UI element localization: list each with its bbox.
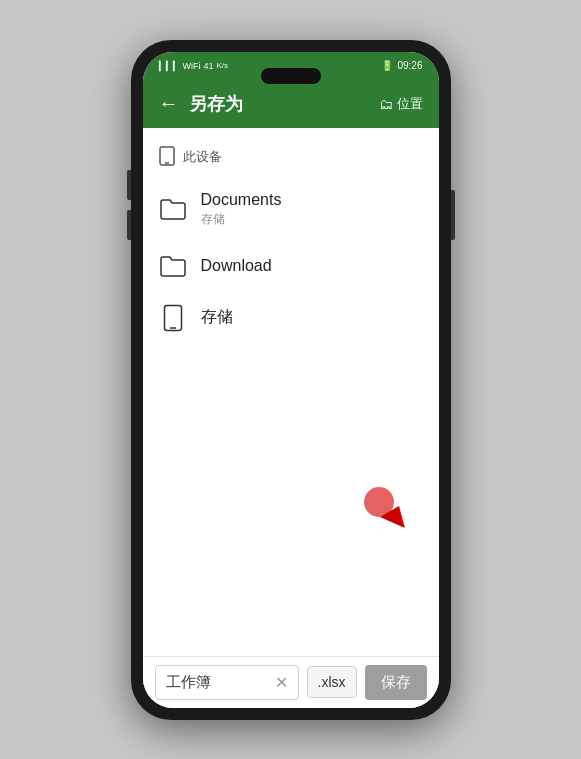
- list-item[interactable]: 存储: [143, 292, 439, 344]
- section-header: 此设备: [143, 140, 439, 175]
- svg-rect-2: [164, 305, 181, 330]
- file-name: 存储: [201, 307, 423, 328]
- clear-filename-button[interactable]: ✕: [275, 673, 288, 692]
- save-button[interactable]: 保存: [365, 665, 427, 700]
- phone-screen: ▎▎▎ WiFi 41 K/s 🔋 09:26 ← 另存为 🗂 位置: [143, 52, 439, 708]
- time-display: 09:26: [397, 60, 422, 71]
- file-info: Documents 存储: [201, 191, 423, 228]
- volume-down-button[interactable]: [127, 210, 131, 240]
- file-name: Documents: [201, 191, 423, 209]
- power-button[interactable]: [451, 190, 455, 240]
- filename-value: 工作簿: [166, 673, 211, 692]
- file-info: Download: [201, 257, 423, 275]
- location-folder-icon: 🗂: [379, 96, 393, 112]
- status-right: 🔋 09:26: [381, 60, 422, 71]
- folder-icon: [159, 195, 187, 223]
- signal-bars: ▎▎▎: [159, 61, 180, 71]
- folder-icon: [159, 252, 187, 280]
- phone-storage-icon: [159, 304, 187, 332]
- wifi-icon: WiFi: [183, 61, 201, 71]
- camera-notch: [261, 68, 321, 84]
- section-label: 此设备: [183, 148, 222, 166]
- status-left: ▎▎▎ WiFi 41 K/s: [159, 61, 229, 71]
- device-icon: [159, 146, 175, 169]
- content-area: 此设备 Documents 存储: [143, 128, 439, 656]
- cursor-arrow: [379, 505, 409, 535]
- phone-shell: ▎▎▎ WiFi 41 K/s 🔋 09:26 ← 另存为 🗂 位置: [131, 40, 451, 720]
- cursor-circle: [364, 487, 394, 517]
- back-button[interactable]: ←: [159, 92, 179, 115]
- filename-input-container[interactable]: 工作簿 ✕: [155, 665, 299, 700]
- list-item[interactable]: Documents 存储: [143, 179, 439, 240]
- network-speed: 41: [204, 61, 214, 71]
- list-item[interactable]: Download: [143, 240, 439, 292]
- page-title: 另存为: [189, 92, 379, 116]
- volume-up-button[interactable]: [127, 170, 131, 200]
- file-info: 存储: [201, 307, 423, 328]
- network-type: K/s: [217, 61, 229, 70]
- status-bar: ▎▎▎ WiFi 41 K/s 🔋 09:26: [143, 52, 439, 80]
- bottom-bar: 工作簿 ✕ .xlsx 保存: [143, 656, 439, 708]
- extension-badge[interactable]: .xlsx: [307, 666, 357, 698]
- file-name: Download: [201, 257, 423, 275]
- location-button[interactable]: 🗂 位置: [379, 95, 423, 113]
- file-subtitle: 存储: [201, 211, 423, 228]
- battery-icon: 🔋: [381, 60, 393, 71]
- location-label: 位置: [397, 95, 423, 113]
- app-header: ← 另存为 🗂 位置: [143, 80, 439, 128]
